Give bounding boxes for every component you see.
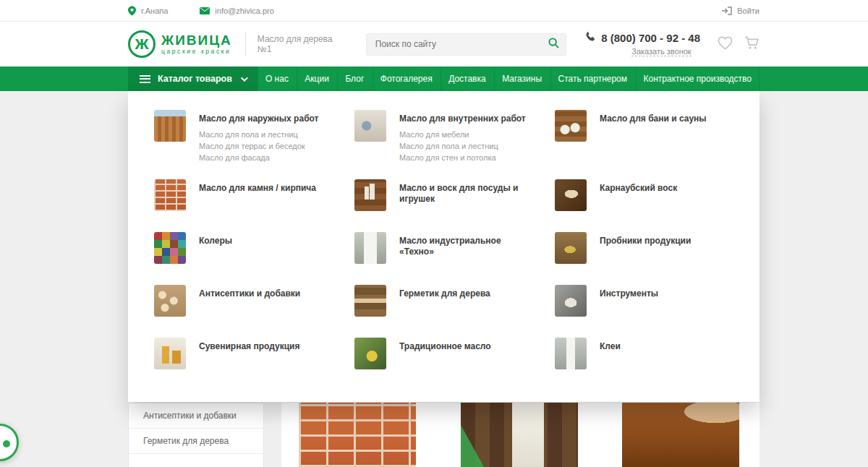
products-grid [281, 403, 760, 467]
category-thumbnail-brick [154, 179, 186, 211]
topbar: г.Анапа info@zhivica.pro Войти [0, 0, 868, 22]
search-input[interactable] [366, 33, 566, 56]
logo-name: ЖИВИЦА [161, 33, 232, 48]
phone-icon [585, 31, 596, 44]
heart-icon [718, 36, 733, 53]
megamenu-item-glue[interactable]: Клеи [555, 338, 755, 390]
megamenu-item-techno[interactable]: Масло индустриальное «Техно» [354, 232, 555, 285]
nav-item-gallery[interactable]: Фотогалерея [373, 67, 440, 91]
product-image-brick[interactable] [299, 403, 416, 467]
catalog-sidebar: Антисептики и добавки Герметик для дерев… [128, 403, 264, 467]
subcategory-link[interactable]: Масло для стен и потолка [399, 152, 526, 163]
category-title[interactable]: Антисептики и добавки [199, 288, 300, 299]
search-button[interactable] [542, 35, 565, 54]
subcategory-link[interactable]: Масло для мебели [399, 129, 526, 140]
category-title[interactable]: Масло для бани и сауны [600, 113, 707, 124]
category-thumbnail-tints [154, 232, 186, 264]
category-thumbnail-sauna [555, 110, 587, 142]
megamenu-item-carnauba[interactable]: Карнаубский воск [555, 179, 755, 232]
sidebar-item-antiseptics[interactable]: Антисептики и добавки [129, 403, 263, 429]
nav-item-about[interactable]: О нас [258, 67, 296, 91]
email-link[interactable]: info@zhivica.pro [200, 7, 273, 15]
category-thumbnail-glue [555, 338, 587, 369]
category-title[interactable]: Масло для наружных работ [199, 113, 318, 124]
cart-button[interactable] [744, 36, 760, 53]
category-thumbnail-traditional [354, 338, 386, 369]
megamenu-item-interior[interactable]: Масло для внутренних работ Масло для меб… [354, 110, 555, 179]
megamenu-item-souvenirs[interactable]: Сувенирная продукция [154, 338, 354, 390]
login-button[interactable]: Войти [722, 7, 760, 15]
nav-item-partner[interactable]: Стать партнером [550, 67, 635, 91]
main-navigation: Каталог товаров О нас Акции Блог Фотогал… [0, 67, 868, 91]
category-title[interactable]: Колеры [199, 236, 232, 247]
category-thumbnail-antiseptics [154, 285, 186, 317]
city-label[interactable]: г.Анапа [141, 7, 168, 15]
subcategory-link[interactable]: Масло для фасада [199, 152, 318, 163]
header: Ж ЖИВИЦА царские краски Масло для дерева… [0, 22, 868, 67]
site-search [366, 33, 566, 56]
category-title[interactable]: Инструменты [600, 288, 658, 299]
hamburger-icon [140, 75, 150, 83]
nav-item-contract[interactable]: Контрактное производство [636, 67, 760, 91]
product-image-oiled-table[interactable] [622, 403, 739, 467]
category-thumbnail-exterior [154, 110, 186, 142]
phone-link[interactable]: 8 (800) 700 - 92 - 48 [585, 31, 700, 44]
category-title[interactable]: Масло индустриальное «Техно» [399, 236, 537, 257]
nav-item-promos[interactable]: Акции [297, 67, 336, 91]
category-title[interactable]: Масло для камня / кирпича [199, 183, 316, 194]
catalog-dropdown-menu: Масло для наружных работ Масло для пола … [128, 91, 760, 402]
megamenu-item-dishes-toys[interactable]: Масло и воск для посуды и игрушек [354, 179, 555, 232]
megamenu-item-exterior[interactable]: Масло для наружных работ Масло для пола … [154, 110, 354, 179]
cart-icon [744, 36, 760, 53]
megamenu-item-sealant[interactable]: Герметик для дерева [354, 285, 555, 338]
phone-block: 8 (800) 700 - 92 - 48 Заказать звонок [585, 31, 700, 57]
category-thumbnail-samples [555, 232, 587, 264]
login-label[interactable]: Войти [737, 7, 760, 15]
nav-item-blog[interactable]: Блог [337, 67, 371, 91]
category-title[interactable]: Масло и воск для посуды и игрушек [399, 183, 537, 205]
category-thumbnail-sealant [354, 285, 386, 317]
wishlist-button[interactable] [718, 36, 733, 53]
category-title[interactable]: Масло для внутренних работ [399, 113, 526, 124]
category-thumbnail-carnauba [555, 179, 587, 211]
sidebar-item-partial[interactable] [129, 454, 263, 467]
location-pin-icon [128, 6, 136, 16]
category-title[interactable]: Карнаубский воск [600, 183, 677, 194]
category-thumbnail-interior [354, 110, 386, 142]
megamenu-item-traditional-oil[interactable]: Традиционное масло [354, 338, 555, 390]
logo-icon: Ж [128, 30, 156, 58]
megamenu-item-tints[interactable]: Колеры [154, 232, 354, 285]
callback-link[interactable]: Заказать звонок [631, 47, 691, 56]
subcategory-link[interactable]: Масло для пола и лестниц [399, 140, 526, 152]
logo-tagline: царские краски [161, 48, 232, 55]
envelope-icon [200, 7, 210, 14]
sidebar-item-sealant[interactable]: Герметик для дерева [129, 429, 263, 454]
chevron-down-icon [241, 74, 248, 82]
megamenu-item-sauna[interactable]: Масло для бани и сауны [555, 110, 755, 179]
megamenu-item-tools[interactable]: Инструменты [555, 285, 755, 338]
product-image-cutting-boards[interactable] [461, 403, 578, 467]
megamenu-item-stone-brick[interactable]: Масло для камня / кирпича [154, 179, 354, 232]
category-title[interactable]: Сувенирная продукция [199, 341, 299, 352]
subcategory-link[interactable]: Масло для пола и лестниц [199, 129, 318, 140]
category-title[interactable]: Пробники продукции [600, 236, 691, 247]
nav-item-stores[interactable]: Магазины [494, 67, 549, 91]
phone-number[interactable]: 8 (800) 700 - 92 - 48 [601, 32, 700, 44]
category-title[interactable]: Герметик для дерева [399, 288, 490, 299]
subcategory-link[interactable]: Масло для террас и беседок [199, 140, 318, 152]
login-icon [722, 7, 732, 15]
category-thumbnail-souvenirs [154, 338, 186, 369]
nav-item-delivery[interactable]: Доставка [441, 67, 493, 91]
catalog-menu-button[interactable]: Каталог товаров [128, 67, 258, 91]
page-content: Антисептики и добавки Герметик для дерев… [0, 91, 868, 467]
category-title[interactable]: Клеи [600, 341, 621, 352]
category-thumbnail-dishes [354, 179, 386, 211]
megamenu-item-antiseptics[interactable]: Антисептики и добавки [154, 285, 354, 338]
megamenu-item-samples[interactable]: Пробники продукции [555, 232, 755, 285]
category-thumbnail-tools [555, 285, 587, 317]
category-title[interactable]: Традиционное масло [399, 341, 491, 352]
logo[interactable]: Ж ЖИВИЦА царские краски [128, 30, 232, 58]
catalog-label[interactable]: Каталог товаров [158, 74, 232, 84]
email-label[interactable]: info@zhivica.pro [215, 7, 273, 15]
city-selector[interactable]: г.Анапа [128, 6, 168, 16]
